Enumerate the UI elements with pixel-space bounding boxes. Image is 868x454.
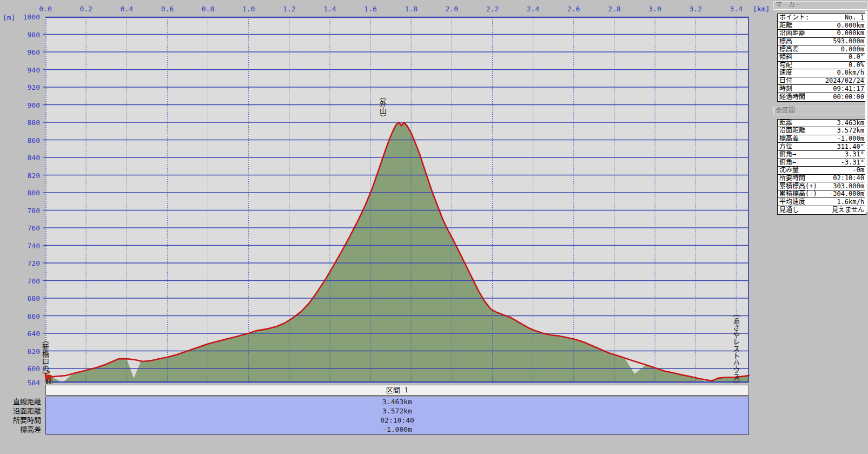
y-tick-label: 600 bbox=[10, 365, 40, 373]
panel-row: 距離0.000km bbox=[778, 22, 866, 30]
y-tick-label: 840 bbox=[10, 154, 40, 162]
y-tick-label: 960 bbox=[10, 48, 40, 56]
y-tick-label: 740 bbox=[10, 242, 40, 250]
segment-values-bar: 3.463km3.572km02:10:40-1.000m bbox=[45, 397, 749, 435]
panel-row-value: 0.000km bbox=[837, 22, 864, 29]
panel-row-value: 00:00:00 bbox=[833, 94, 864, 101]
x-tick-label: 2.6 bbox=[562, 5, 586, 13]
panel-row-label: 距離 bbox=[779, 22, 792, 29]
panel-row-label: ポイント: bbox=[779, 14, 809, 21]
panel-row: 傾斜0.0° bbox=[778, 54, 866, 62]
panel-row: 標高593.000m bbox=[778, 38, 866, 46]
segment-value: 02:10:40 bbox=[46, 416, 748, 425]
x-tick-label: 1.6 bbox=[359, 5, 382, 13]
y-tick-label: 780 bbox=[10, 207, 40, 215]
segment-value: -1.000m bbox=[46, 425, 748, 434]
panel-row: 方位311.40° bbox=[778, 143, 866, 151]
y-tick-label: 920 bbox=[10, 83, 40, 91]
panel-row: 沈み量-0m bbox=[778, 167, 866, 175]
y-tick-label: 900 bbox=[10, 101, 40, 109]
marker-table: ポイント:No. 1距離0.000km沿面距離0.000km標高593.000m… bbox=[777, 14, 866, 102]
x-tick-label: 0.2 bbox=[74, 5, 98, 13]
x-tick-label: 3.4 bbox=[724, 5, 748, 13]
panel-row-value: 09:41:17 bbox=[833, 85, 864, 93]
y-tick-label: 700 bbox=[10, 277, 40, 285]
x-tick-label: 1.8 bbox=[399, 5, 423, 13]
section-table: 距離3.463km沿面距離3.572km標高差-1.000m方位311.40°俯… bbox=[777, 119, 866, 215]
panel-row-value: -1.000m bbox=[837, 135, 864, 142]
x-tick-label: 1.0 bbox=[237, 5, 261, 13]
panel-row-label: 俯角← bbox=[779, 159, 796, 166]
x-tick-label: 1.2 bbox=[277, 5, 301, 13]
panel-row-value: 3.463km bbox=[837, 120, 864, 127]
panel-row-label: 累積標高(-) bbox=[779, 190, 817, 198]
panel-row-value: No. 1 bbox=[845, 14, 864, 21]
panel-row-label: 傾斜 bbox=[779, 54, 792, 61]
elevation-chart-plot[interactable]: （新橋口の）（外山）（あさやレストハウス） bbox=[45, 17, 749, 383]
section-panel-header: 全区間 bbox=[773, 107, 867, 115]
panel-row: 勾配0.0% bbox=[778, 62, 866, 70]
profile-annotation: （あさやレストハウス） bbox=[732, 310, 739, 387]
panel-row-label: 速度 bbox=[779, 69, 792, 76]
panel-row-value: 0.0% bbox=[849, 62, 864, 69]
panel-row-label: 標高 bbox=[779, 38, 792, 45]
panel-row: 俯角→3.31° bbox=[778, 151, 866, 159]
panel-row: 沿面距離0.000km bbox=[778, 30, 866, 38]
terrain-fill bbox=[45, 122, 749, 383]
segment-value: 3.572km bbox=[46, 406, 748, 416]
panel-row-label: 距離 bbox=[779, 120, 792, 127]
y-tick-label: 760 bbox=[10, 224, 40, 232]
panel-row-value: -304.000m bbox=[829, 190, 864, 198]
elevation-profile-app: { "chart_data": { "type": "area", "title… bbox=[0, 0, 868, 454]
panel-row-value: -0m bbox=[852, 167, 864, 174]
panel-row-label: 経過時間 bbox=[779, 94, 805, 101]
panel-row-label: 平均速度 bbox=[779, 199, 805, 206]
panel-row-value: 3.572km bbox=[837, 127, 864, 134]
x-tick-label: 0.4 bbox=[115, 5, 138, 13]
y-tick-label: 860 bbox=[10, 136, 40, 144]
segment-header-bar[interactable]: 区間 1 bbox=[45, 385, 749, 396]
y-tick-label: 820 bbox=[10, 172, 40, 180]
y-tick-label: 640 bbox=[10, 330, 40, 338]
y-tick-label: 940 bbox=[10, 66, 40, 74]
panel-row: 距離3.463km bbox=[778, 120, 866, 128]
panel-edge-strip bbox=[865, 11, 867, 212]
panel-row-value: 311.40° bbox=[837, 143, 864, 150]
x-tick-label: 3.0 bbox=[643, 5, 667, 13]
y-tick-label: 720 bbox=[10, 259, 40, 267]
x-tick-label: 0.0 bbox=[34, 5, 57, 13]
y-tick-label: 620 bbox=[10, 347, 40, 356]
panel-row: 累積標高(-)-304.000m bbox=[778, 190, 866, 199]
y-tick-label: 680 bbox=[10, 294, 40, 302]
x-tick-label: 2.8 bbox=[602, 5, 626, 13]
segment-row-label: 標高差 bbox=[0, 425, 43, 434]
panel-row-label: 標高差 bbox=[779, 135, 799, 142]
panel-row-value: 3.31° bbox=[845, 151, 864, 158]
panel-row: 沿面距離3.572km bbox=[778, 127, 866, 135]
panel-row: 時刻09:41:17 bbox=[778, 85, 866, 93]
panel-row-value: 0.000km bbox=[837, 30, 864, 37]
x-tick-label: 2.4 bbox=[521, 5, 545, 13]
profile-annotation: （新橋口の） bbox=[41, 337, 49, 379]
panel-row-label: 日付 bbox=[779, 77, 792, 84]
segment-row-labels: 直線距離沿面距離所要時間標高差 bbox=[0, 397, 43, 434]
x-tick-label: 2.2 bbox=[481, 5, 505, 13]
panel-row-label: 沿面距離 bbox=[779, 30, 805, 37]
segment-value: 3.463km bbox=[46, 397, 748, 406]
y-tick-label: 584 bbox=[10, 379, 40, 387]
panel-row-value: 303.000m bbox=[833, 183, 864, 190]
panel-row: 標高差0.000m bbox=[778, 45, 866, 54]
y-tick-label: 880 bbox=[10, 119, 40, 127]
panel-row-label: 勾配 bbox=[779, 62, 792, 69]
x-axis-unit-label: [km] bbox=[753, 5, 770, 13]
panel-row-label: 俯角→ bbox=[779, 151, 796, 158]
x-tick-label: 1.4 bbox=[318, 5, 342, 13]
panel-row-value: 0.0° bbox=[849, 54, 864, 61]
panel-row: 平均速度1.6km/h bbox=[778, 198, 866, 206]
panel-row-label: 所要時間 bbox=[779, 175, 805, 182]
elevation-chart-svg bbox=[45, 17, 749, 383]
panel-row-value: 2024/02/24 bbox=[825, 77, 864, 84]
panel-row-value: 0.000m bbox=[841, 46, 864, 53]
panel-row-label: 時刻 bbox=[779, 85, 792, 93]
panel-row: 経過時間00:00:00 bbox=[778, 93, 866, 101]
